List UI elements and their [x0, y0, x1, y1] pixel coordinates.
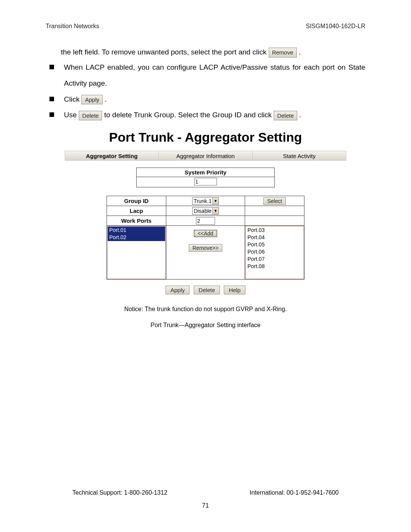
available-ports-listbox[interactable]: Port.03 Port.04 Port.05 Port.06 Port.07 …: [245, 226, 304, 279]
footer-right: International: 00-1-952-941-7600: [250, 489, 339, 496]
list-item[interactable]: Port.06: [246, 248, 303, 256]
notice-text: Notice: The trunk function do not suppor…: [34, 306, 377, 313]
group-id-label: Group ID: [107, 196, 166, 206]
tab-state-activity[interactable]: State Activity: [253, 151, 346, 160]
chevron-down-icon: ▼: [212, 198, 218, 204]
help-button[interactable]: Help: [224, 286, 245, 294]
tab-bar: Aggregator Setting Aggregator Informatio…: [65, 151, 346, 161]
group-id-select[interactable]: Trunk.1 ▼: [192, 197, 219, 205]
footer-left: Technical Support: 1-800-260-1312: [72, 489, 167, 496]
list-item[interactable]: Port.08: [246, 263, 303, 270]
figure-caption: Port Trunk—Aggregator Setting interface: [34, 322, 377, 329]
continued-paragraph: the left field. To remove unwanted ports…: [61, 45, 365, 59]
system-priority-label: System Priority: [137, 168, 274, 177]
square-bullet-icon: [49, 112, 54, 117]
add-button[interactable]: <<Add: [194, 230, 217, 237]
header-left: Transition Networks: [46, 23, 99, 30]
lacp-select[interactable]: Disable ▼: [192, 207, 219, 215]
list-item[interactable]: Port.07: [246, 256, 303, 263]
page-title: Port Trunk - Aggregator Setting: [34, 130, 377, 145]
delete-button-inline-2[interactable]: Delete: [274, 111, 297, 121]
work-ports-label: Work Ports: [107, 216, 166, 226]
header-right: SISGM1040-162D-LR: [306, 23, 365, 30]
delete-button-inline[interactable]: Delete: [79, 111, 102, 121]
page-footer: Technical Support: 1-800-260-1312 Intern…: [34, 489, 377, 509]
apply-button-inline[interactable]: Apply: [81, 95, 103, 105]
bullet-use-delete: Use Delete to delete Trunk Group. Select…: [49, 107, 365, 123]
settings-table: Group ID Trunk.1 ▼ Select Lacp Disable ▼: [107, 196, 304, 280]
select-button[interactable]: Select: [263, 197, 286, 205]
remove-button[interactable]: Remove>>: [189, 244, 222, 252]
work-ports-input[interactable]: [196, 217, 215, 225]
tab-aggregator-setting[interactable]: Aggregator Setting: [65, 151, 159, 160]
list-item[interactable]: Port.03: [246, 227, 303, 234]
chevron-down-icon: ▼: [212, 208, 218, 214]
remove-button-inline[interactable]: Remove: [269, 48, 297, 58]
bullet-lacp: When LACP enabled, you can configure LAC…: [49, 59, 365, 91]
page-header: Transition Networks SISGM1040-162D-LR: [46, 23, 365, 30]
list-item[interactable]: Port.05: [246, 241, 303, 248]
tab-aggregator-information[interactable]: Aggregator Information: [159, 151, 252, 160]
list-item[interactable]: Port.01: [108, 227, 165, 234]
square-bullet-icon: [49, 97, 54, 101]
list-item[interactable]: Port.04: [246, 234, 303, 241]
apply-button[interactable]: Apply: [166, 286, 190, 294]
selected-ports-listbox[interactable]: Port.01 Port.02: [107, 226, 166, 279]
delete-button[interactable]: Delete: [194, 286, 220, 294]
system-priority-input[interactable]: [194, 178, 217, 185]
bullet-click-apply: Click Apply .: [49, 91, 365, 107]
page-number: 71: [34, 502, 377, 509]
lacp-label: Lacp: [107, 206, 166, 216]
square-bullet-icon: [49, 65, 54, 69]
list-item[interactable]: Port.02: [108, 234, 165, 241]
